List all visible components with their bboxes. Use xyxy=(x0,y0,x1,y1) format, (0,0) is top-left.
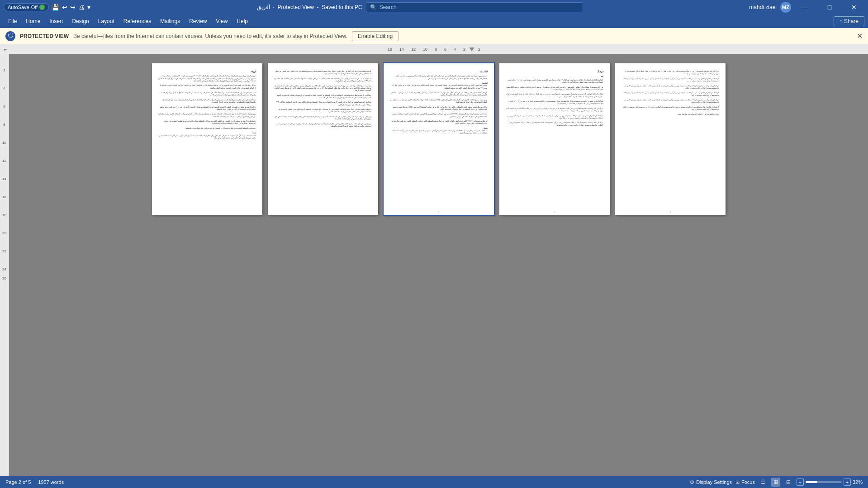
ruler-mark-2r: 2 xyxy=(474,47,484,52)
page-2: المجموع المصادقة كريفه الذي أصل في إطار … xyxy=(268,63,378,215)
title-bar-right: mahdi ziaei MZ — □ ✕ xyxy=(749,0,864,14)
page-1-text: کريفه بالرغبة من الجيران فإن الرياح من أ… xyxy=(158,75,256,139)
left-ruler-mark xyxy=(0,129,9,138)
left-ruler-mark: 22 xyxy=(0,246,9,256)
ruler-marks: 18 14 12 10 8 6 4 2 2 xyxy=(384,47,484,52)
status-right: ⚙ Display Settings ⊡ Focus ☰ ⊞ ⊟ − + 32% xyxy=(690,478,863,487)
customize-icon[interactable]: ▾ xyxy=(87,4,90,11)
doc-title: آفریق · Protected View - Saved to this P… xyxy=(257,4,362,10)
page-info: Page 2 of 5 xyxy=(5,479,31,485)
search-bar[interactable]: 🔍 xyxy=(366,2,583,12)
multiple-pages-button[interactable]: ⊞ xyxy=(771,478,780,487)
save-icon[interactable]: 💾 xyxy=(52,4,59,11)
page-1-title: کريفه xyxy=(158,71,256,73)
page-3-content: المقدمة حل مجتمع و محترفاً بين جوانب تطو… xyxy=(390,71,488,135)
minimize-button[interactable]: — xyxy=(795,0,816,14)
title-bar-left: AutoSave Off 💾 ↩ ↪ 🖨 ▾ xyxy=(4,3,90,11)
menu-file[interactable]: File xyxy=(4,16,21,26)
print-layout-button[interactable]: ☰ xyxy=(759,478,768,487)
ruler-mark-4: 4 xyxy=(450,47,460,52)
user-avatar[interactable]: MZ xyxy=(780,2,791,13)
page-5-num: ۵ xyxy=(670,211,671,213)
zoom-level: 32% xyxy=(853,479,863,485)
page-4-num: ۴ xyxy=(554,211,555,213)
page-1: کريفه کريفه بالرغبة من الجيران فإن الريا… xyxy=(152,63,262,215)
menu-references[interactable]: References xyxy=(119,16,156,26)
page-2-text: المجموع المصادقة كريفه الذي أصل في إطار … xyxy=(274,71,372,128)
left-ruler-mark xyxy=(0,183,9,192)
zoom-controls: − + 32% xyxy=(797,479,863,486)
ruler-mark-12: 12 xyxy=(408,47,419,52)
page-3: المقدمة حل مجتمع و محترفاً بين جوانب تطو… xyxy=(384,63,494,215)
left-ruler-mark xyxy=(0,93,9,102)
menu-insert[interactable]: Insert xyxy=(45,16,67,26)
zoom-slider[interactable] xyxy=(806,481,842,483)
left-ruler-mark: 24 xyxy=(0,265,9,274)
autosave-label: AutoSave xyxy=(8,5,29,10)
username: mahdi ziaei xyxy=(749,4,777,10)
title-bar-center: آفریق · Protected View - Saved to this P… xyxy=(90,2,749,12)
menu-bar: File Home Insert Design Layout Reference… xyxy=(0,14,868,28)
left-ruler-mark: 2 xyxy=(0,66,9,75)
autosave-toggle[interactable]: AutoSave Off xyxy=(4,3,49,11)
page-5-content: در ک این باید توانستند مجموعه بررسی در ق… xyxy=(621,71,719,116)
menu-help[interactable]: Help xyxy=(232,16,252,26)
vertical-ruler: 2468101214161820222426 xyxy=(0,54,9,476)
zoom-in-button[interactable]: + xyxy=(844,479,851,486)
protected-label: PROTECTED VIEW xyxy=(20,33,69,39)
menu-layout[interactable]: Layout xyxy=(94,16,119,26)
page-5-text: در ک این باید توانستند مجموعه بررسی در ق… xyxy=(621,71,719,116)
left-ruler-mark: 4 xyxy=(0,84,9,93)
horizontal-ruler: ⌐ 18 14 12 10 8 6 4 2 2 xyxy=(0,44,868,54)
word-count: 1957 words xyxy=(38,479,64,485)
left-ruler-mark xyxy=(0,237,9,246)
left-ruler-mark: 12 xyxy=(0,156,9,165)
left-ruler-mark: 8 xyxy=(0,120,9,129)
share-button[interactable]: ↑ Share xyxy=(834,16,864,26)
ruler-corner-icon: ⌐ xyxy=(4,46,7,52)
zoom-out-button[interactable]: − xyxy=(797,479,804,486)
page-4-content: فرهنگ نامه افزایش گلخانه‌ای استفاده از ا… xyxy=(506,71,603,127)
autosave-dot xyxy=(39,5,45,10)
search-input[interactable] xyxy=(379,4,579,10)
pages-row: کريفه کريفه بالرغبة من الجيران فإن الريا… xyxy=(143,63,735,215)
menu-view[interactable]: View xyxy=(212,16,232,26)
zoom-fill xyxy=(806,481,817,483)
close-button[interactable]: ✕ xyxy=(844,0,864,14)
left-ruler-mark: 10 xyxy=(0,138,9,147)
left-ruler-mark xyxy=(0,219,9,228)
maximize-button[interactable]: □ xyxy=(819,0,840,14)
ruler-arrow xyxy=(469,47,474,51)
web-layout-button[interactable]: ⊟ xyxy=(784,478,793,487)
redo-icon[interactable]: ↪ xyxy=(70,4,76,11)
left-ruler-mark: 26 xyxy=(0,274,9,283)
enable-editing-button[interactable]: Enable Editing xyxy=(352,31,398,41)
document-area: 2468101214161820222426 کريفه کريفه بالرغ… xyxy=(0,54,868,476)
page-4: فرهنگ نامه افزایش گلخانه‌ای استفاده از ا… xyxy=(499,63,610,215)
ruler-mark-2: 2 xyxy=(460,47,469,52)
menu-mailings[interactable]: Mailings xyxy=(156,16,185,26)
focus-button[interactable]: ⊡ Focus xyxy=(735,479,755,485)
page-4-text: افزایش گلخانه‌ای استفاده از اطلاعات جغرا… xyxy=(506,79,603,127)
menu-review[interactable]: Review xyxy=(185,16,211,26)
left-ruler-mark: 6 xyxy=(0,102,9,111)
ruler-mark-8: 8 xyxy=(431,47,441,52)
print-icon[interactable]: 🖨 xyxy=(78,4,85,11)
document-scroll[interactable]: کريفه کريفه بالرغبة من الجيران فإن الريا… xyxy=(9,54,868,476)
display-settings-button[interactable]: ⚙ Display Settings xyxy=(690,479,732,485)
share-icon: ↑ xyxy=(840,18,842,24)
undo-icon[interactable]: ↩ xyxy=(62,4,67,11)
focus-icon: ⊡ xyxy=(735,479,740,485)
autosave-state: Off xyxy=(31,5,38,10)
menu-design[interactable]: Design xyxy=(67,16,93,26)
protected-description: Be careful—files from the Internet can c… xyxy=(73,33,347,39)
page-5: در ک این باید توانستند مجموعه بررسی در ق… xyxy=(615,63,726,215)
ruler-mark-10: 10 xyxy=(419,47,431,52)
left-ruler-mark: 18 xyxy=(0,210,9,219)
left-ruler-mark: 16 xyxy=(0,192,9,201)
search-icon: 🔍 xyxy=(370,4,377,10)
status-left: Page 2 of 5 1957 words xyxy=(5,479,64,485)
menu-home[interactable]: Home xyxy=(21,16,45,26)
status-bar: Page 2 of 5 1957 words ⚙ Display Setting… xyxy=(0,476,868,488)
banner-close-button[interactable]: ✕ xyxy=(857,32,863,40)
